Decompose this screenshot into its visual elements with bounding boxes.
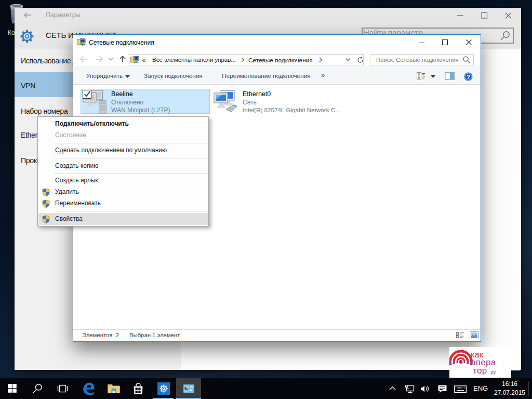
svg-text:.ру: .ру xyxy=(489,369,496,375)
svg-text:тор: тор xyxy=(473,366,487,376)
svg-text:?: ? xyxy=(467,74,470,80)
